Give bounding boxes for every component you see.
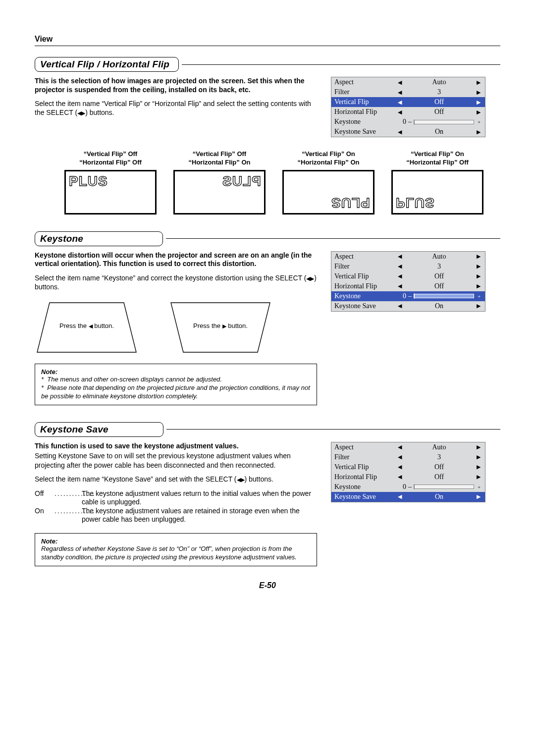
- menu-keystone-num: 0: [396, 118, 408, 126]
- menu-ksave-value: On: [403, 302, 475, 310]
- menu-keystone-num: 0: [396, 292, 408, 300]
- menu-vflip-label: Vertical Flip: [334, 463, 396, 471]
- left-arrow-icon[interactable]: ◀: [396, 474, 403, 480]
- keystone-slider[interactable]: [414, 485, 474, 489]
- note-title: Note:: [41, 538, 311, 545]
- ksave-para2: Select the item name “Keystone Save” and…: [35, 475, 317, 484]
- menu-vflip-value: Off: [403, 98, 475, 106]
- right-arrow-icon[interactable]: ▶: [475, 273, 482, 279]
- section-keystone-title: Keystone: [35, 231, 163, 246]
- menu-vflip-value: Off: [403, 272, 475, 280]
- menu-hflip-value: Off: [403, 473, 475, 481]
- menu-filter-value: 3: [403, 263, 475, 270]
- left-arrow-icon: ◀: [77, 109, 81, 116]
- note-text: Regardless of whether Keystone Save is s…: [41, 545, 311, 562]
- osd-menu-keystone: Aspect◀Auto▶ Filter◀3▶ Vertical Flip◀Off…: [331, 251, 485, 312]
- left-arrow-icon[interactable]: ◀: [396, 129, 403, 135]
- text: Select the item name “Keystone Save” and…: [35, 475, 237, 483]
- left-arrow-icon[interactable]: ◀: [396, 454, 403, 460]
- flip-caption-a2: “Horizontal Flip” Off: [64, 159, 157, 167]
- right-arrow-icon[interactable]: ▶: [475, 464, 482, 470]
- ksave-definitions: Off..............The keystone adjustment…: [35, 489, 317, 524]
- def-off-body: The keystone adjustment values return to…: [82, 489, 317, 507]
- left-arrow-icon[interactable]: ◀: [396, 89, 403, 96]
- text: Press the: [59, 322, 89, 329]
- plus-icon: +: [476, 119, 482, 125]
- right-arrow-icon[interactable]: ▶: [475, 263, 482, 270]
- left-arrow-icon[interactable]: ◀: [396, 464, 403, 470]
- left-arrow-icon[interactable]: ◀: [396, 253, 403, 260]
- menu-hflip-label: Horizontal Flip: [334, 473, 396, 481]
- dots: ..............: [54, 489, 82, 498]
- keystone-note: Note: * The menus and other on-screen di…: [35, 364, 317, 405]
- flip-caption-a1: “Vertical Flip” Off: [64, 150, 157, 159]
- flip-box-c: PLUS: [282, 170, 374, 215]
- left-arrow-icon[interactable]: ◀: [396, 109, 403, 115]
- menu-keystone-num: 0: [396, 483, 408, 491]
- left-arrow-icon[interactable]: ◀: [396, 493, 403, 500]
- menu-filter-value: 3: [403, 88, 475, 96]
- flip-intro-bold: This is the selection of how images are …: [35, 77, 317, 94]
- left-arrow-icon[interactable]: ◀: [396, 79, 403, 86]
- menu-filter-label: Filter: [334, 453, 396, 461]
- def-on-body: The keystone adjustment values are retai…: [82, 507, 317, 524]
- left-arrow-icon[interactable]: ◀: [396, 303, 403, 309]
- left-arrow-icon[interactable]: ◀: [396, 444, 403, 450]
- menu-aspect-label: Aspect: [334, 78, 396, 86]
- right-arrow-icon[interactable]: ▶: [475, 99, 482, 106]
- left-arrow-icon[interactable]: ◀: [396, 283, 403, 289]
- menu-ksave-value: On: [403, 128, 475, 136]
- section-ksave-header: Keystone Save: [35, 422, 500, 437]
- page-header: View: [35, 35, 500, 46]
- right-arrow-icon[interactable]: ▶: [475, 493, 482, 500]
- menu-filter-value: 3: [403, 453, 475, 461]
- menu-ksave-label: Keystone Save: [334, 302, 396, 310]
- right-arrow-icon[interactable]: ▶: [475, 474, 482, 480]
- menu-aspect-label: Aspect: [334, 253, 396, 261]
- flip-caption-d2: “Horizontal Flip” Off: [391, 159, 483, 167]
- right-arrow-icon[interactable]: ▶: [475, 283, 482, 289]
- right-arrow-icon[interactable]: ▶: [475, 109, 482, 115]
- page-number: E-50: [35, 581, 500, 590]
- osd-menu-flip: Aspect◀Auto▶ Filter◀3▶ Vertical Flip◀Off…: [331, 77, 485, 137]
- rule: [182, 64, 500, 65]
- menu-vflip-value: Off: [403, 463, 475, 471]
- left-arrow-icon[interactable]: ◀: [396, 263, 403, 270]
- ksave-para1: Setting Keystone Save to on will set the…: [35, 451, 317, 469]
- flip-illustrations: “Vertical Flip” Off “Horizontal Flip” Of…: [64, 150, 500, 215]
- menu-filter-label: Filter: [334, 88, 396, 96]
- text: Press the: [193, 322, 222, 329]
- keystone-slider[interactable]: [414, 294, 474, 298]
- plus-logo: PLUS: [331, 194, 370, 212]
- flip-caption-c2: “Horizontal Flip” On: [282, 159, 374, 167]
- flip-box-d: PLUS: [391, 170, 483, 215]
- right-arrow-icon[interactable]: ▶: [475, 444, 482, 450]
- left-arrow-icon[interactable]: ◀: [396, 99, 403, 106]
- keystone-slider[interactable]: [414, 120, 474, 124]
- right-arrow-icon[interactable]: ▶: [475, 253, 482, 260]
- right-arrow-icon[interactable]: ▶: [475, 79, 482, 86]
- left-arrow-icon: ◀: [89, 323, 93, 329]
- right-arrow-icon[interactable]: ▶: [475, 454, 482, 460]
- right-arrow-icon[interactable]: ▶: [475, 129, 482, 135]
- text: ) buttons.: [245, 475, 273, 483]
- right-arrow-icon[interactable]: ▶: [475, 303, 482, 309]
- menu-ksave-label: Keystone Save: [334, 493, 396, 501]
- menu-keystone-label: Keystone: [334, 118, 396, 126]
- text: button.: [93, 322, 114, 329]
- trap-left: Press the ◀ button.: [35, 300, 139, 355]
- flip-box-b: PLUS: [173, 170, 266, 215]
- section-flip-title: Vertical Flip / Horizontal Flip: [35, 57, 179, 72]
- plus-icon: +: [476, 484, 482, 490]
- rule: [166, 429, 500, 430]
- text: ) buttons.: [85, 108, 114, 116]
- left-arrow-icon[interactable]: ◀: [396, 273, 403, 279]
- left-arrow-icon: ◀: [237, 476, 241, 483]
- flip-intro: Select the item name “Vertical Flip” or …: [35, 99, 317, 117]
- rule: [166, 238, 500, 239]
- flip-caption-d1: “Vertical Flip” On: [391, 150, 483, 159]
- menu-hflip-label: Horizontal Flip: [334, 282, 396, 290]
- flip-caption-b2: “Horizontal Flip” On: [173, 159, 266, 167]
- right-arrow-icon[interactable]: ▶: [475, 89, 482, 96]
- trap-right: Press the ▶ button.: [168, 300, 272, 355]
